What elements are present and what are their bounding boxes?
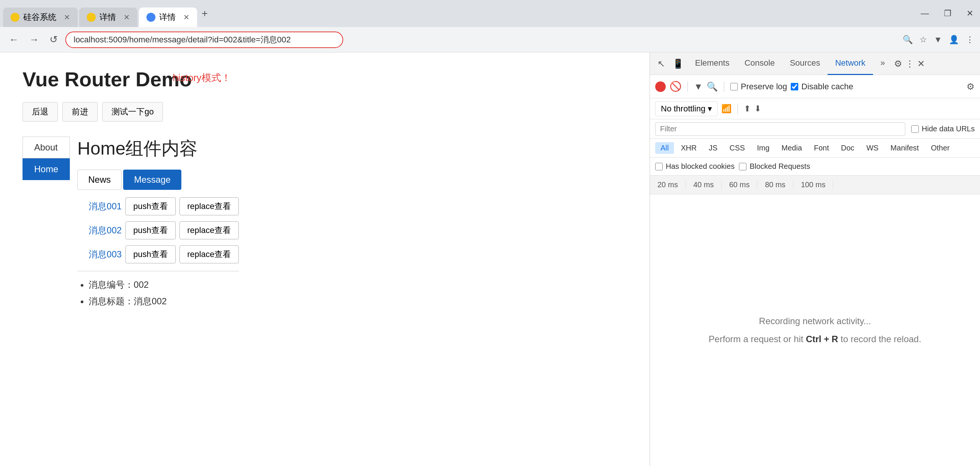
separator-1 xyxy=(687,81,688,92)
back-nav-button[interactable]: 后退 xyxy=(22,102,58,122)
type-btn-doc[interactable]: Doc xyxy=(836,142,860,154)
nav-home[interactable]: Home xyxy=(22,159,70,180)
back-button[interactable]: ← xyxy=(6,32,22,47)
type-btn-js[interactable]: JS xyxy=(703,142,722,154)
devtools-cursor-icon[interactable]: ↖ xyxy=(654,59,669,69)
menu-icon[interactable]: ⋮ xyxy=(966,35,974,44)
tab-3[interactable]: 详情 ✕ xyxy=(139,8,197,27)
new-tab-button[interactable]: + xyxy=(199,5,211,22)
tab-favicon-2 xyxy=(87,13,96,22)
address-bar-row: ← → ↺ 🔍 ☆ ▼ 👤 ⋮ xyxy=(0,27,980,52)
profile-icon[interactable]: 👤 xyxy=(949,35,959,44)
type-btn-img[interactable]: Img xyxy=(752,142,775,154)
zoom-icon: 🔍 xyxy=(903,35,913,44)
message-list: 消息001 push查看 replace查看 消息002 push查看 repl… xyxy=(77,197,239,263)
type-btn-css[interactable]: CSS xyxy=(724,142,750,154)
devtools-panel: ↖ 📱 Elements Console Sources Network » ⚙… xyxy=(649,52,980,466)
tab-more[interactable]: » xyxy=(873,52,892,75)
browser-window: 硅谷系统 ✕ 详情 ✕ 详情 ✕ + — ❐ ✕ ← → ↺ 🔍 ☆ ▼ 👤 xyxy=(0,0,980,466)
tab-close-3[interactable]: ✕ xyxy=(183,13,189,22)
upload-icon[interactable]: ⬆ xyxy=(744,104,751,114)
filter-input[interactable] xyxy=(655,122,905,136)
push-btn-003[interactable]: push查看 xyxy=(126,246,176,263)
push-btn-002[interactable]: push查看 xyxy=(126,221,176,239)
devtools-tabs: ↖ 📱 Elements Console Sources Network » ⚙… xyxy=(650,52,980,75)
address-input[interactable] xyxy=(65,32,343,48)
has-blocked-cookies-label[interactable]: Has blocked cookies xyxy=(655,162,735,171)
type-btn-other[interactable]: Other xyxy=(926,142,955,154)
type-filters: All XHR JS CSS Img Media Font Doc WS Man… xyxy=(650,139,980,158)
blocked-requests-text: Blocked Requests xyxy=(749,162,810,171)
preserve-log-label[interactable]: Preserve log xyxy=(730,82,788,92)
timeline-80ms: 80 ms xyxy=(757,181,793,189)
tab-1[interactable]: 硅谷系统 ✕ xyxy=(3,8,78,27)
extension-icon[interactable]: ▼ xyxy=(934,35,942,44)
nav-about[interactable]: About xyxy=(22,136,70,159)
message-link-003[interactable]: 消息003 xyxy=(89,248,122,260)
tab-close-1[interactable]: ✕ xyxy=(64,13,70,22)
replace-btn-001[interactable]: replace查看 xyxy=(180,197,239,216)
devtools-toolbar-2: No throttling ▾ 📶 ⬆ ⬇ xyxy=(650,98,980,119)
close-button[interactable]: ✕ xyxy=(963,7,977,20)
address-bar-icons: 🔍 ☆ ▼ 👤 ⋮ xyxy=(903,35,974,44)
side-nav: About Home xyxy=(22,136,70,180)
main-area: history模式！ Vue Router Demo 后退 前进 测试一下go … xyxy=(0,52,980,466)
throttle-select[interactable]: No throttling ▾ xyxy=(655,101,718,116)
message-link-001[interactable]: 消息001 xyxy=(89,200,122,212)
test-go-button[interactable]: 测试一下go xyxy=(102,102,163,122)
disable-cache-label[interactable]: Disable cache xyxy=(791,82,853,92)
type-btn-all[interactable]: All xyxy=(655,142,674,154)
network-settings-icon[interactable]: ⚙ xyxy=(966,81,975,92)
detail-title: 消息标题：消息002 xyxy=(89,295,239,307)
tab-2[interactable]: 详情 ✕ xyxy=(79,8,137,27)
devtools-gear-icon[interactable]: ⚙ xyxy=(892,57,904,71)
timeline-header: 20 ms 40 ms 60 ms 80 ms 100 ms xyxy=(650,176,980,194)
hide-urls-text: Hide data URLs xyxy=(922,125,975,133)
type-btn-media[interactable]: Media xyxy=(776,142,807,154)
push-btn-001[interactable]: push查看 xyxy=(126,197,176,216)
tab-sources[interactable]: Sources xyxy=(782,52,827,75)
separator-3 xyxy=(737,103,738,114)
type-btn-manifest[interactable]: Manifest xyxy=(885,142,924,154)
minimize-button[interactable]: — xyxy=(917,7,933,20)
maximize-button[interactable]: ❐ xyxy=(940,7,955,20)
list-item: 消息003 push查看 replace查看 xyxy=(89,246,239,263)
tab-label-1: 硅谷系统 xyxy=(23,12,56,23)
tab-elements[interactable]: Elements xyxy=(687,52,737,75)
timeline-20ms: 20 ms xyxy=(650,181,686,189)
disable-cache-checkbox[interactable] xyxy=(791,83,798,90)
search-icon[interactable]: 🔍 xyxy=(706,81,718,92)
divider xyxy=(77,271,239,271)
forward-button[interactable]: → xyxy=(26,32,42,47)
webpage: history模式！ Vue Router Demo 后退 前进 测试一下go … xyxy=(0,52,649,466)
devtools-dots-icon[interactable]: ⋮ xyxy=(904,57,916,71)
devtools-close-icon[interactable]: ✕ xyxy=(916,57,926,71)
throttle-label: No throttling xyxy=(661,104,706,114)
type-btn-xhr[interactable]: XHR xyxy=(676,142,702,154)
blocked-requests-checkbox[interactable] xyxy=(739,163,746,170)
refresh-button[interactable]: ↺ xyxy=(46,32,61,47)
replace-btn-003[interactable]: replace查看 xyxy=(180,246,239,263)
filter-icon[interactable]: ▼ xyxy=(694,81,703,92)
preserve-log-checkbox[interactable] xyxy=(730,83,738,90)
record-button[interactable] xyxy=(655,81,666,92)
replace-btn-002[interactable]: replace查看 xyxy=(180,221,239,239)
devtools-toolbar-1: 🚫 ▼ 🔍 Preserve log Disable cache ⚙ xyxy=(650,75,980,98)
hide-urls-checkbox[interactable] xyxy=(911,125,919,133)
has-blocked-cookies-checkbox[interactable] xyxy=(655,163,663,170)
download-icon[interactable]: ⬇ xyxy=(754,104,761,114)
sub-tab-news[interactable]: News xyxy=(77,170,122,190)
tab-close-2[interactable]: ✕ xyxy=(124,13,130,22)
message-link-002[interactable]: 消息002 xyxy=(89,224,122,236)
hide-urls-label[interactable]: Hide data URLs xyxy=(911,125,975,133)
blocked-requests-label[interactable]: Blocked Requests xyxy=(739,162,810,171)
star-icon[interactable]: ☆ xyxy=(920,35,927,44)
type-btn-font[interactable]: Font xyxy=(809,142,834,154)
tab-network[interactable]: Network xyxy=(827,52,873,75)
forward-nav-button[interactable]: 前进 xyxy=(62,102,98,122)
sub-tab-message[interactable]: Message xyxy=(123,170,181,190)
devtools-device-icon[interactable]: 📱 xyxy=(669,59,687,69)
type-btn-ws[interactable]: WS xyxy=(861,142,883,154)
stop-recording-icon[interactable]: 🚫 xyxy=(670,81,681,92)
tab-console[interactable]: Console xyxy=(737,52,783,75)
